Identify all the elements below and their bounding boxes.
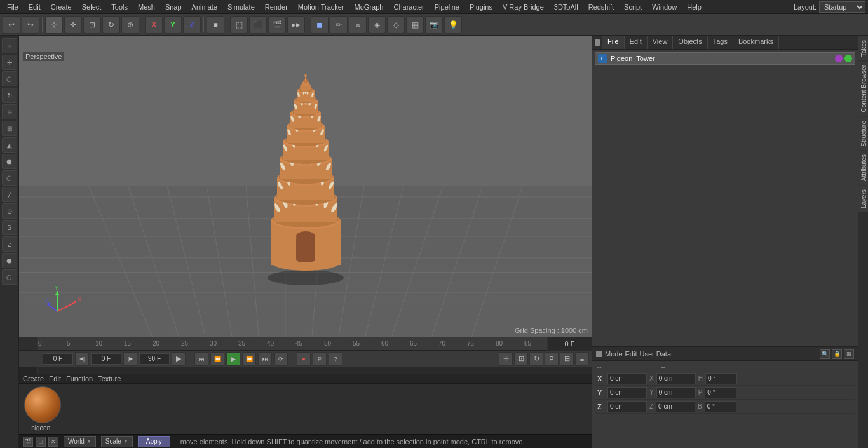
coord-p-rot[interactable] xyxy=(705,387,736,398)
status-icon-1[interactable]: 🎬 xyxy=(23,437,33,447)
menu-character[interactable]: Character xyxy=(389,2,428,12)
auto-key-btn[interactable]: P xyxy=(313,352,327,366)
left-icon4[interactable]: ↻ xyxy=(2,88,17,103)
play-btn[interactable]: ▶ xyxy=(172,352,186,366)
menu-motion-tracker[interactable]: Motion Tracker xyxy=(294,2,349,12)
menu-redshift[interactable]: Redshift xyxy=(584,2,618,12)
loop-btn[interactable]: ⟳ xyxy=(274,352,288,366)
vtab-takes[interactable]: Takes xyxy=(858,36,868,60)
scale-key-btn[interactable]: ⊡ xyxy=(514,352,528,366)
menu-pipeline[interactable]: Pipeline xyxy=(430,2,464,12)
menu-window[interactable]: Window xyxy=(648,2,681,12)
rtab-bookmarks[interactable]: Bookmarks xyxy=(733,36,779,49)
go-end-btn[interactable]: ⏭ xyxy=(258,352,272,366)
go-start-btn[interactable]: ⏮ xyxy=(194,352,208,366)
attrs-edit[interactable]: Edit xyxy=(625,350,637,358)
menu-create[interactable]: Create xyxy=(46,2,76,12)
menu-render[interactable]: Render xyxy=(261,2,292,12)
left-icon14[interactable]: ⬣ xyxy=(2,253,17,268)
frame-end-input[interactable] xyxy=(139,353,170,365)
menu-plugins[interactable]: Plugins xyxy=(465,2,497,12)
next-frame-btn[interactable]: ⏩ xyxy=(242,352,256,366)
world-dropdown[interactable]: World ▼ xyxy=(64,436,96,447)
left-icon5[interactable]: ⊕ xyxy=(2,104,17,119)
object-row-pigeon[interactable]: L Pigeon_Tower xyxy=(595,52,855,65)
menu-simulate[interactable]: Simulate xyxy=(223,2,259,12)
view-btn2[interactable]: ⬛ xyxy=(249,16,267,34)
attrs-mode[interactable]: Mode xyxy=(605,350,623,358)
shape-6[interactable]: ▦ xyxy=(406,16,424,34)
redo-button[interactable]: ↪ xyxy=(22,16,39,34)
record-btn[interactable]: ● xyxy=(297,352,311,366)
coord-b-rot[interactable] xyxy=(705,401,736,412)
tab-texture[interactable]: Texture xyxy=(98,375,121,383)
menu-mesh[interactable]: Mesh xyxy=(133,2,159,12)
rtab-view[interactable]: View xyxy=(648,36,674,49)
attrs-lock-btn[interactable]: 🔒 xyxy=(832,349,842,359)
left-icon6[interactable]: ⊞ xyxy=(2,121,17,136)
vtab-layers[interactable]: Layers xyxy=(858,185,868,212)
left-icon9[interactable]: ⬡ xyxy=(2,170,17,186)
menu-edit[interactable]: Edit xyxy=(24,2,45,12)
move-key-btn[interactable]: ✛ xyxy=(499,352,513,366)
play-fwd-btn[interactable]: ▶ xyxy=(226,352,240,366)
scale-btn[interactable]: Scale ▼ xyxy=(101,436,133,447)
attrs-user-data[interactable]: User Data xyxy=(640,350,672,358)
viewport[interactable]: View Cameras Display Options Filter Pane… xyxy=(19,36,592,337)
shape-4[interactable]: ◈ xyxy=(368,16,386,34)
menu-snap[interactable]: Snap xyxy=(161,2,186,12)
vtab-content-browser[interactable]: Content Browser xyxy=(858,60,868,116)
undo-button[interactable]: ↩ xyxy=(3,16,20,34)
material-item[interactable]: pigeon_ xyxy=(24,386,61,431)
tab-function[interactable]: Function xyxy=(66,375,93,383)
view-btn1[interactable]: ⬚ xyxy=(230,16,248,34)
axis-z[interactable]: Z xyxy=(183,16,201,34)
coord-y-scale[interactable] xyxy=(656,387,696,398)
coord-x-scale[interactable] xyxy=(656,373,696,384)
menu-tools[interactable]: Tools xyxy=(107,2,132,12)
menu-animate[interactable]: Animate xyxy=(187,2,222,12)
menu-3dtoall[interactable]: 3DToAll xyxy=(550,2,583,12)
left-icon7[interactable]: ◭ xyxy=(2,137,17,153)
left-icon15[interactable]: ⬡ xyxy=(2,269,17,285)
rtab-objects[interactable]: Objects xyxy=(673,36,707,49)
coord-h-rot[interactable] xyxy=(705,373,737,384)
layout-select[interactable]: Startup Standard Visualize xyxy=(819,1,865,13)
vtab-structure[interactable]: Structure xyxy=(858,116,868,151)
param-btn[interactable]: P xyxy=(545,352,559,366)
rtab-edit[interactable]: Edit xyxy=(625,36,648,49)
menu-select[interactable]: Select xyxy=(78,2,106,12)
tab-edit[interactable]: Edit xyxy=(49,375,61,383)
scale-dropdown[interactable]: Scale ▼ xyxy=(101,436,133,447)
next-step-btn[interactable]: |▶ xyxy=(123,352,137,366)
menu-help[interactable]: Help xyxy=(682,2,706,12)
world-btn[interactable]: World ▼ xyxy=(64,436,96,447)
status-icon-3[interactable]: ✕ xyxy=(48,437,58,447)
menu-script[interactable]: Script xyxy=(620,2,646,12)
axis-y[interactable]: Y xyxy=(164,16,182,34)
left-move[interactable]: ✛ xyxy=(2,55,17,70)
frame-start-input[interactable] xyxy=(43,353,73,365)
coord-z-scale[interactable] xyxy=(656,401,695,412)
obj-cube[interactable]: ■ xyxy=(207,16,224,34)
transform-tool[interactable]: ⊕ xyxy=(121,16,139,34)
timeline-track-main[interactable] xyxy=(38,367,592,374)
prev-step-btn[interactable]: ◀| xyxy=(75,352,89,366)
grid-tl-btn[interactable]: ⊞ xyxy=(560,352,574,366)
rotate-key-btn[interactable]: ↻ xyxy=(529,352,543,366)
shape-5[interactable]: ◇ xyxy=(387,16,405,34)
attrs-expand-btn[interactable]: ⊞ xyxy=(844,349,854,359)
coord-y-pos[interactable] xyxy=(607,387,647,398)
coord-z-pos[interactable] xyxy=(607,401,647,412)
timeline-ruler[interactable]: 0 5 10 15 20 25 30 35 40 45 50 55 60 65 xyxy=(38,337,547,350)
left-icon12[interactable]: S xyxy=(2,220,17,235)
view-btn4[interactable]: ▶▶ xyxy=(287,16,305,34)
move-tool[interactable]: ✛ xyxy=(64,16,82,34)
shape-3[interactable]: ⎈ xyxy=(349,16,367,34)
shape-7[interactable]: 📷 xyxy=(425,16,443,34)
func-btn[interactable]: ≡ xyxy=(575,352,589,366)
left-icon3[interactable]: ⬡ xyxy=(2,71,17,86)
left-icon8[interactable]: ⬟ xyxy=(2,154,17,169)
vtab-attributes[interactable]: Attributes xyxy=(858,150,868,185)
shape-cube[interactable]: ◼ xyxy=(311,16,329,34)
